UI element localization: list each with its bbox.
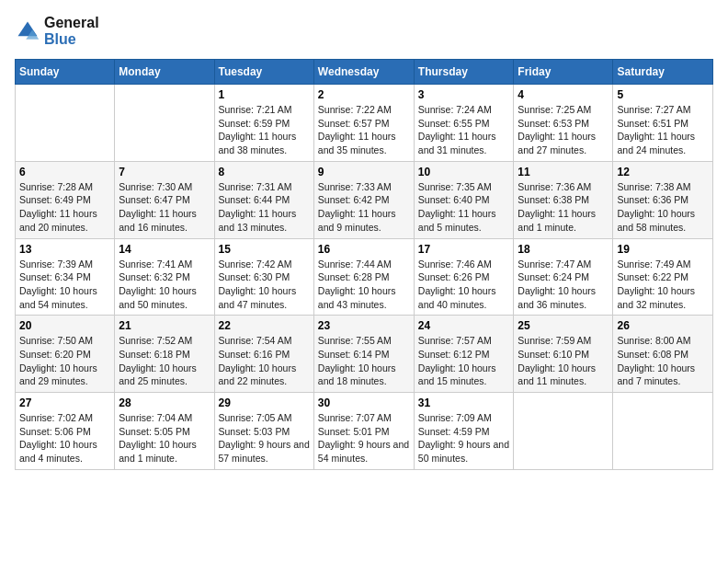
day-number: 10 <box>418 166 510 178</box>
calendar-cell: 13Sunrise: 7:39 AMSunset: 6:34 PMDayligh… <box>16 238 115 316</box>
day-detail: Sunrise: 7:55 AMSunset: 6:14 PMDaylight:… <box>318 334 410 388</box>
day-detail: Sunrise: 7:05 AMSunset: 5:03 PMDaylight:… <box>219 411 310 465</box>
calendar-cell <box>514 393 613 470</box>
calendar-cell: 12Sunrise: 7:38 AMSunset: 6:36 PMDayligh… <box>613 161 713 238</box>
calendar-cell: 28Sunrise: 7:04 AMSunset: 5:05 PMDayligh… <box>115 393 214 470</box>
day-detail: Sunrise: 7:39 AMSunset: 6:34 PMDaylight:… <box>19 258 110 312</box>
calendar-cell: 21Sunrise: 7:52 AMSunset: 6:18 PMDayligh… <box>115 316 214 393</box>
day-detail: Sunrise: 7:28 AMSunset: 6:49 PMDaylight:… <box>19 180 110 235</box>
day-detail: Sunrise: 7:24 AMSunset: 6:55 PMDaylight:… <box>418 103 510 157</box>
calendar-cell: 14Sunrise: 7:41 AMSunset: 6:32 PMDayligh… <box>115 238 214 316</box>
calendar-cell: 18Sunrise: 7:47 AMSunset: 6:24 PMDayligh… <box>514 238 613 316</box>
page-header: General Blue <box>15 15 713 48</box>
calendar-cell: 20Sunrise: 7:50 AMSunset: 6:20 PMDayligh… <box>16 316 115 393</box>
calendar-body: 1Sunrise: 7:21 AMSunset: 6:59 PMDaylight… <box>16 85 713 470</box>
day-detail: Sunrise: 7:42 AMSunset: 6:30 PMDaylight:… <box>219 258 310 312</box>
day-detail: Sunrise: 7:44 AMSunset: 6:28 PMDaylight:… <box>318 258 410 312</box>
day-number: 13 <box>19 243 110 256</box>
day-detail: Sunrise: 7:04 AMSunset: 5:05 PMDaylight:… <box>119 411 210 465</box>
calendar-cell: 15Sunrise: 7:42 AMSunset: 6:30 PMDayligh… <box>214 238 313 316</box>
day-number: 28 <box>119 396 210 409</box>
calendar-cell: 17Sunrise: 7:46 AMSunset: 6:26 PMDayligh… <box>414 238 514 316</box>
logo: General Blue <box>15 15 99 48</box>
day-detail: Sunrise: 7:02 AMSunset: 5:06 PMDaylight:… <box>19 411 110 465</box>
day-detail: Sunrise: 7:46 AMSunset: 6:26 PMDaylight:… <box>418 258 510 312</box>
calendar-cell: 2Sunrise: 7:22 AMSunset: 6:57 PMDaylight… <box>313 85 414 162</box>
day-number: 5 <box>617 88 709 101</box>
day-number: 30 <box>318 396 410 409</box>
calendar-cell: 30Sunrise: 7:07 AMSunset: 5:01 PMDayligh… <box>313 393 414 470</box>
day-detail: Sunrise: 7:50 AMSunset: 6:20 PMDaylight:… <box>19 334 110 388</box>
day-detail: Sunrise: 8:00 AMSunset: 6:08 PMDaylight:… <box>617 334 709 388</box>
day-number: 17 <box>418 243 510 256</box>
calendar-cell: 16Sunrise: 7:44 AMSunset: 6:28 PMDayligh… <box>313 238 414 316</box>
calendar-cell: 9Sunrise: 7:33 AMSunset: 6:42 PMDaylight… <box>313 161 414 238</box>
day-detail: Sunrise: 7:09 AMSunset: 4:59 PMDaylight:… <box>418 411 510 465</box>
calendar-cell: 10Sunrise: 7:35 AMSunset: 6:40 PMDayligh… <box>414 161 514 238</box>
day-detail: Sunrise: 7:21 AMSunset: 6:59 PMDaylight:… <box>219 103 310 157</box>
day-detail: Sunrise: 7:49 AMSunset: 6:22 PMDaylight:… <box>617 258 709 312</box>
calendar-cell <box>613 393 713 470</box>
calendar-cell: 7Sunrise: 7:30 AMSunset: 6:47 PMDaylight… <box>115 161 214 238</box>
calendar-cell: 22Sunrise: 7:54 AMSunset: 6:16 PMDayligh… <box>214 316 313 393</box>
day-number: 27 <box>19 396 110 409</box>
calendar-table: SundayMondayTuesdayWednesdayThursdayFrid… <box>15 59 713 470</box>
calendar-cell: 23Sunrise: 7:55 AMSunset: 6:14 PMDayligh… <box>313 316 414 393</box>
calendar-cell <box>16 85 115 162</box>
weekday-header: Wednesday <box>313 60 414 85</box>
day-detail: Sunrise: 7:41 AMSunset: 6:32 PMDaylight:… <box>119 258 210 312</box>
day-number: 26 <box>617 319 709 332</box>
calendar-week-row: 1Sunrise: 7:21 AMSunset: 6:59 PMDaylight… <box>16 85 713 162</box>
day-detail: Sunrise: 7:31 AMSunset: 6:44 PMDaylight:… <box>219 180 310 235</box>
weekday-header: Tuesday <box>214 60 313 85</box>
calendar-cell: 26Sunrise: 8:00 AMSunset: 6:08 PMDayligh… <box>613 316 713 393</box>
day-detail: Sunrise: 7:30 AMSunset: 6:47 PMDaylight:… <box>119 180 210 235</box>
day-detail: Sunrise: 7:52 AMSunset: 6:18 PMDaylight:… <box>119 334 210 388</box>
calendar-cell: 8Sunrise: 7:31 AMSunset: 6:44 PMDaylight… <box>214 161 313 238</box>
weekday-header: Saturday <box>613 60 713 85</box>
day-number: 15 <box>219 243 310 256</box>
day-number: 14 <box>119 243 210 256</box>
calendar-cell: 5Sunrise: 7:27 AMSunset: 6:51 PMDaylight… <box>613 85 713 162</box>
day-detail: Sunrise: 7:38 AMSunset: 6:36 PMDaylight:… <box>617 180 709 235</box>
day-detail: Sunrise: 7:57 AMSunset: 6:12 PMDaylight:… <box>418 334 510 388</box>
day-detail: Sunrise: 7:54 AMSunset: 6:16 PMDaylight:… <box>219 334 310 388</box>
day-detail: Sunrise: 7:07 AMSunset: 5:01 PMDaylight:… <box>318 411 410 465</box>
calendar-cell: 4Sunrise: 7:25 AMSunset: 6:53 PMDaylight… <box>514 85 613 162</box>
calendar-week-row: 13Sunrise: 7:39 AMSunset: 6:34 PMDayligh… <box>16 238 713 316</box>
logo-icon <box>15 18 40 44</box>
day-number: 1 <box>219 88 310 101</box>
calendar-cell: 1Sunrise: 7:21 AMSunset: 6:59 PMDaylight… <box>214 85 313 162</box>
weekday-header: Sunday <box>16 60 115 85</box>
day-detail: Sunrise: 7:33 AMSunset: 6:42 PMDaylight:… <box>318 180 410 235</box>
weekday-header: Thursday <box>414 60 514 85</box>
day-number: 16 <box>318 243 410 256</box>
calendar-cell: 24Sunrise: 7:57 AMSunset: 6:12 PMDayligh… <box>414 316 514 393</box>
calendar-week-row: 6Sunrise: 7:28 AMSunset: 6:49 PMDaylight… <box>16 161 713 238</box>
calendar-cell <box>115 85 214 162</box>
day-detail: Sunrise: 7:25 AMSunset: 6:53 PMDaylight:… <box>518 103 609 157</box>
calendar-header: SundayMondayTuesdayWednesdayThursdayFrid… <box>16 60 713 85</box>
calendar-cell: 29Sunrise: 7:05 AMSunset: 5:03 PMDayligh… <box>214 393 313 470</box>
calendar-cell: 25Sunrise: 7:59 AMSunset: 6:10 PMDayligh… <box>514 316 613 393</box>
calendar-cell: 6Sunrise: 7:28 AMSunset: 6:49 PMDaylight… <box>16 161 115 238</box>
day-number: 20 <box>19 319 110 332</box>
day-detail: Sunrise: 7:27 AMSunset: 6:51 PMDaylight:… <box>617 103 709 157</box>
day-detail: Sunrise: 7:35 AMSunset: 6:40 PMDaylight:… <box>418 180 510 235</box>
day-number: 3 <box>418 88 510 101</box>
day-number: 11 <box>518 166 609 178</box>
calendar-cell: 11Sunrise: 7:36 AMSunset: 6:38 PMDayligh… <box>514 161 613 238</box>
day-number: 18 <box>518 243 609 256</box>
day-number: 31 <box>418 396 510 409</box>
day-number: 22 <box>219 319 310 332</box>
day-detail: Sunrise: 7:36 AMSunset: 6:38 PMDaylight:… <box>518 180 609 235</box>
weekday-header: Monday <box>115 60 214 85</box>
day-number: 23 <box>318 319 410 332</box>
day-number: 6 <box>19 166 110 178</box>
weekday-header: Friday <box>514 60 613 85</box>
day-number: 2 <box>318 88 410 101</box>
calendar-week-row: 20Sunrise: 7:50 AMSunset: 6:20 PMDayligh… <box>16 316 713 393</box>
day-number: 19 <box>617 243 709 256</box>
day-detail: Sunrise: 7:22 AMSunset: 6:57 PMDaylight:… <box>318 103 410 157</box>
day-detail: Sunrise: 7:59 AMSunset: 6:10 PMDaylight:… <box>518 334 609 388</box>
